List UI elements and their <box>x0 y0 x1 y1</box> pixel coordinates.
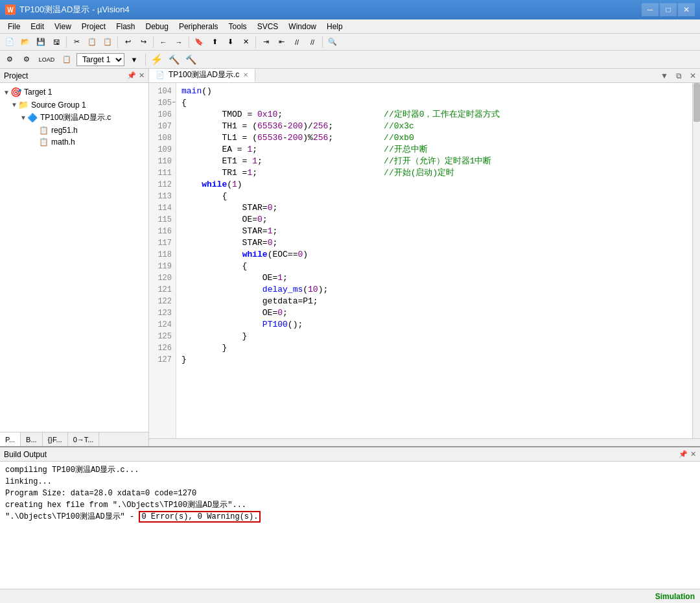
panel-tabs: P... B... {}F... 0→T... <box>0 432 148 446</box>
build-close-button[interactable]: ✕ <box>690 450 696 458</box>
search-button[interactable]: 🔍 <box>325 35 340 49</box>
menu-tools[interactable]: Tools <box>224 21 252 32</box>
line-num-124: 124 <box>149 319 176 331</box>
save-button[interactable]: 💾 <box>34 35 48 49</box>
paste-button[interactable]: 📋 <box>100 35 115 49</box>
redo-button[interactable]: ↪ <box>136 35 150 49</box>
code-line-122: getdata=P1; <box>181 296 687 307</box>
build-button[interactable]: 🔨 <box>167 53 181 67</box>
menu-help[interactable]: Help <box>321 21 348 32</box>
menu-edit[interactable]: Edit <box>25 21 49 32</box>
panel-close-button[interactable]: ✕ <box>139 71 145 80</box>
bookmark-button[interactable]: 🔖 <box>192 35 206 49</box>
maximize-button[interactable]: □ <box>660 3 677 16</box>
editor-hscrollbar[interactable] <box>149 438 700 446</box>
tree-item-sourcegroup1[interactable]: ▼ 📁 Source Group 1 <box>0 99 148 111</box>
code-line-116: STAR=1; <box>181 226 687 237</box>
comment-button[interactable]: // <box>290 35 304 49</box>
tree-item-tp100c[interactable]: ▼ 🔷 TP100测温AD显示.c <box>0 111 148 124</box>
menu-bar: File Edit View Project Flash Debug Perip… <box>0 19 700 34</box>
menu-svcs[interactable]: SVCS <box>252 21 284 32</box>
panel-tab-templates[interactable]: 0→T... <box>68 432 100 446</box>
copy-button[interactable]: 📋 <box>85 35 99 49</box>
save-all-button[interactable]: 🖫 <box>49 35 64 49</box>
code-line-110: ET1 = 1; //打开（允许）定时器1中断 <box>181 156 687 167</box>
target-options-button[interactable]: ⚙ <box>3 53 17 67</box>
editor-area: 📄 TP100测温AD显示.c ✕ ▼ ⧉ ✕ 1041051061071081… <box>149 69 700 446</box>
expand-sourcegroup1[interactable]: ▼ <box>10 101 18 109</box>
load-button[interactable]: LOAD <box>36 53 57 67</box>
tree-item-target1[interactable]: ▼ 🎯 Target 1 <box>0 86 148 99</box>
open-button[interactable]: 📂 <box>18 35 32 49</box>
menu-project[interactable]: Project <box>76 21 111 32</box>
tree-label-tp100c: TP100测温AD显示.c <box>40 112 111 123</box>
undo-button[interactable]: ↩ <box>121 35 135 49</box>
indent-button[interactable]: ⇥ <box>259 35 273 49</box>
panel-tab-books[interactable]: B... <box>21 432 43 446</box>
menu-flash[interactable]: Flash <box>111 21 140 32</box>
status-bar: Simulation <box>0 589 700 603</box>
build-output-header: Build Output 📌 ✕ <box>0 447 700 462</box>
nav-forward-button[interactable]: → <box>172 35 186 49</box>
cut-button[interactable]: ✂ <box>69 35 84 49</box>
target-dropdown-btn[interactable]: ▼ <box>127 53 141 67</box>
editor-scrollbar[interactable] <box>692 83 700 438</box>
build-line-3: creating hex file from ".\Objects\TP100测… <box>5 499 695 511</box>
editor-tab-main[interactable]: 📄 TP100测温AD显示.c ✕ <box>149 69 255 82</box>
tree-item-reg51h[interactable]: 📋 reg51.h <box>0 124 148 136</box>
editor-tab-close[interactable]: ✕ <box>243 71 248 78</box>
tree-item-mathh[interactable]: 📋 math.h <box>0 136 148 148</box>
code-line-123: OE=0; <box>181 307 687 319</box>
target-options2-button[interactable]: ⚙ <box>19 53 34 67</box>
next-bookmark-button[interactable]: ⬇ <box>223 35 237 49</box>
line-num-113: 113 <box>149 191 176 202</box>
panel-pin-button[interactable]: 📌 <box>127 71 136 80</box>
menu-debug[interactable]: Debug <box>141 21 174 32</box>
editor-float-button[interactable]: ⧉ <box>672 69 686 82</box>
menu-view[interactable]: View <box>49 21 76 32</box>
code-line-112: while(1) <box>181 179 687 191</box>
compile-button[interactable]: ⚡ <box>150 53 164 67</box>
build-pin-button[interactable]: 📌 <box>679 450 688 458</box>
scrollbar-thumb[interactable] <box>694 83 700 122</box>
expand-target1[interactable]: ▼ <box>3 88 10 96</box>
uncomment-button[interactable]: // <box>305 35 320 49</box>
menu-file[interactable]: File <box>3 21 25 32</box>
build-output: Build Output 📌 ✕ compiling TP100测温AD显示.c… <box>0 446 700 589</box>
panel-tab-project[interactable]: P... <box>0 432 21 446</box>
line-num-115: 115 <box>149 214 176 226</box>
rebuild-button[interactable]: 🔨 <box>183 53 198 67</box>
expand-tp100c[interactable]: ▼ <box>19 114 27 122</box>
window-title: TP100测温AD显示 - µVision4 <box>19 4 130 16</box>
project-panel-title: Project <box>4 71 28 80</box>
new-button[interactable]: 📄 <box>3 35 17 49</box>
minimize-button[interactable]: ─ <box>642 3 659 16</box>
panel-tab-functions[interactable]: {}F... <box>43 432 68 446</box>
target-select[interactable]: Target 1 <box>76 53 124 66</box>
line-num-125: 125 <box>149 331 176 342</box>
code-content[interactable]: main(){ TMOD = 0x10; //定时器0，工作在定时器方式 TH1… <box>176 83 692 438</box>
target3-button[interactable]: 📋 <box>60 53 74 67</box>
menu-peripherals[interactable]: Peripherals <box>174 21 224 32</box>
line-num-112: 112 <box>149 179 176 191</box>
build-line-2: Program Size: data=28.0 xdata=0 code=127… <box>5 488 695 499</box>
editor-close-all-button[interactable]: ✕ <box>686 69 700 82</box>
menu-window[interactable]: Window <box>283 21 321 32</box>
code-line-108: TL1 = (65536-200)%256; //0xb0 <box>181 132 687 144</box>
sep3 <box>153 36 154 48</box>
status-simulation: Simulation <box>655 592 695 601</box>
line-num-108: 108 <box>149 132 176 144</box>
nav-back-button[interactable]: ← <box>156 35 170 49</box>
clear-bookmarks-button[interactable]: ✕ <box>239 35 253 49</box>
build-line-1: linking... <box>5 476 695 488</box>
sep7 <box>145 54 146 65</box>
tree-label-mathh: math.h <box>51 137 75 147</box>
project-tree: ▼ 🎯 Target 1 ▼ 📁 Source Group 1 ▼ 🔷 TP10… <box>0 83 148 432</box>
editor-tab-menu[interactable]: ▼ <box>657 69 672 82</box>
editor-tab-bar: 📄 TP100测温AD显示.c ✕ ▼ ⧉ ✕ <box>149 69 700 83</box>
prev-bookmark-button[interactable]: ⬆ <box>207 35 222 49</box>
unindent-button[interactable]: ⇤ <box>274 35 288 49</box>
tree-label-target1: Target 1 <box>24 88 52 97</box>
close-button[interactable]: ✕ <box>678 3 695 16</box>
line-num-105: 105 <box>149 97 176 109</box>
